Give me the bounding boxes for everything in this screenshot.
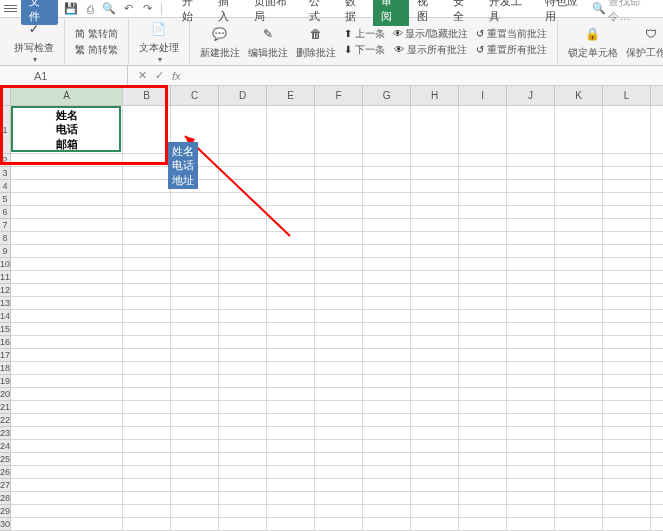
cell[interactable] (411, 193, 459, 206)
cell[interactable] (171, 466, 219, 479)
col-header-A[interactable]: A (11, 86, 123, 106)
cell[interactable] (507, 154, 555, 167)
cell[interactable] (11, 323, 123, 336)
cell[interactable] (267, 414, 315, 427)
cell[interactable] (219, 154, 267, 167)
cell[interactable] (411, 310, 459, 323)
cell[interactable] (555, 310, 603, 323)
cell[interactable] (651, 284, 663, 297)
cell[interactable] (651, 258, 663, 271)
cell[interactable] (555, 427, 603, 440)
cell[interactable] (11, 466, 123, 479)
cell[interactable] (603, 232, 651, 245)
cell[interactable] (603, 206, 651, 219)
cell[interactable] (411, 206, 459, 219)
cell[interactable] (459, 414, 507, 427)
cell[interactable] (555, 375, 603, 388)
cell[interactable] (507, 245, 555, 258)
cell[interactable] (555, 414, 603, 427)
cell[interactable] (459, 310, 507, 323)
cell[interactable] (651, 180, 663, 193)
cell[interactable] (123, 310, 171, 323)
row-header-21[interactable]: 21 (0, 401, 11, 414)
cell[interactable] (507, 180, 555, 193)
cell[interactable] (315, 258, 363, 271)
cell[interactable] (315, 154, 363, 167)
cell[interactable] (267, 518, 315, 531)
cell[interactable] (603, 258, 651, 271)
row-header-5[interactable]: 5 (0, 193, 11, 206)
cell[interactable] (11, 154, 123, 167)
cell[interactable] (123, 492, 171, 505)
cell[interactable] (651, 518, 663, 531)
row-header-6[interactable]: 6 (0, 206, 11, 219)
cell[interactable] (651, 349, 663, 362)
cell[interactable] (219, 245, 267, 258)
cell[interactable] (315, 388, 363, 401)
cell[interactable] (315, 219, 363, 232)
cell[interactable] (603, 492, 651, 505)
cell[interactable] (555, 180, 603, 193)
cell[interactable] (123, 284, 171, 297)
cell[interactable] (123, 388, 171, 401)
row-header-28[interactable]: 28 (0, 492, 11, 505)
cell[interactable] (507, 336, 555, 349)
cell[interactable] (411, 219, 459, 232)
cell[interactable] (123, 414, 171, 427)
cell[interactable] (171, 271, 219, 284)
cell[interactable] (555, 388, 603, 401)
cell[interactable] (219, 453, 267, 466)
cell[interactable] (507, 284, 555, 297)
cell[interactable] (363, 375, 411, 388)
cell[interactable] (459, 349, 507, 362)
text-process-button[interactable]: 📄 文本处理▾ (135, 17, 183, 66)
cell[interactable] (411, 479, 459, 492)
cell[interactable] (363, 258, 411, 271)
cell[interactable] (459, 362, 507, 375)
cell[interactable] (363, 336, 411, 349)
cell[interactable] (507, 206, 555, 219)
cell[interactable] (123, 154, 171, 167)
cell[interactable] (123, 167, 171, 180)
cell[interactable] (651, 206, 663, 219)
cell[interactable] (603, 245, 651, 258)
cell[interactable] (603, 414, 651, 427)
cell[interactable] (411, 245, 459, 258)
cell[interactable] (315, 414, 363, 427)
cell[interactable] (11, 401, 123, 414)
cell[interactable] (459, 284, 507, 297)
cell[interactable] (11, 349, 123, 362)
cell[interactable] (603, 336, 651, 349)
cell[interactable] (507, 453, 555, 466)
edit-comment-button[interactable]: ✎ 编辑批注 (244, 22, 292, 62)
cell[interactable] (651, 232, 663, 245)
col-header-C[interactable]: C (171, 86, 219, 106)
simplified-traditional-button[interactable]: 简 繁转简 (71, 26, 122, 42)
cell[interactable] (123, 440, 171, 453)
cell[interactable] (315, 271, 363, 284)
cell[interactable] (411, 323, 459, 336)
row-header-19[interactable]: 19 (0, 375, 11, 388)
fx-label[interactable]: fx (172, 70, 181, 82)
cell[interactable] (555, 206, 603, 219)
cell[interactable] (603, 505, 651, 518)
cell[interactable] (171, 505, 219, 518)
cell[interactable] (651, 310, 663, 323)
cell[interactable] (11, 245, 123, 258)
cell[interactable] (651, 297, 663, 310)
cell[interactable] (507, 505, 555, 518)
cell[interactable] (603, 310, 651, 323)
cell[interactable] (507, 388, 555, 401)
cell[interactable] (459, 167, 507, 180)
cell[interactable] (123, 106, 171, 154)
cell[interactable] (651, 323, 663, 336)
cell[interactable] (459, 180, 507, 193)
cell[interactable] (123, 336, 171, 349)
cell[interactable] (555, 505, 603, 518)
cell[interactable] (219, 167, 267, 180)
cell[interactable] (315, 232, 363, 245)
cell[interactable] (459, 206, 507, 219)
cell[interactable] (651, 401, 663, 414)
cell[interactable] (315, 349, 363, 362)
cell[interactable] (123, 258, 171, 271)
